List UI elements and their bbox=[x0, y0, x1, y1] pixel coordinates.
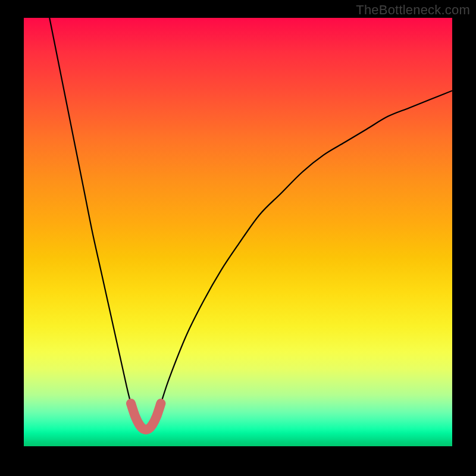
chart-container: TheBottleneck.com bbox=[0, 0, 476, 476]
bottleneck-curve bbox=[49, 18, 452, 430]
plot-area bbox=[24, 18, 452, 446]
curve-layer bbox=[24, 18, 452, 446]
highlight-segment bbox=[131, 403, 161, 430]
watermark-text: TheBottleneck.com bbox=[356, 2, 470, 18]
